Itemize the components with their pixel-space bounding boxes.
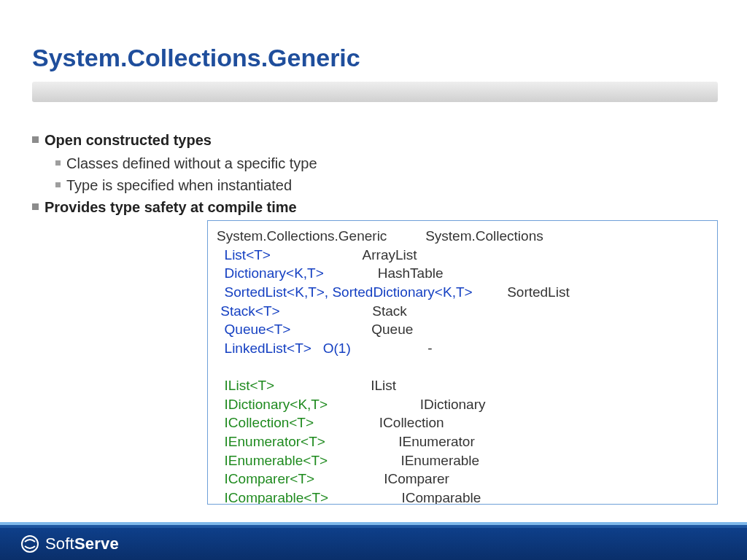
bullet-open-constructed: Open constructed types xyxy=(32,130,718,150)
bullet-text: Open constructed types xyxy=(44,130,212,150)
code-row-linkedlist: LinkedList<T> O(1) - xyxy=(217,339,708,358)
code-row-sortedlist: SortedList<K,T>, SortedDictionary<K,T> S… xyxy=(217,283,708,302)
square-bullet-icon xyxy=(32,136,39,143)
square-bullet-icon xyxy=(32,203,39,210)
brand-text-soft: Soft xyxy=(45,534,74,553)
bullet-type-specified: Type is specified when instantiated xyxy=(55,175,718,195)
code-row-ienumerable: IEnumerable<T> IEnumerable xyxy=(217,451,708,470)
code-row-stack: Stack<T> Stack xyxy=(217,302,708,321)
code-row-ilist: IList<T> IList xyxy=(217,376,708,395)
slide-title: System.Collections.Generic xyxy=(32,44,360,72)
svg-point-0 xyxy=(22,536,38,552)
code-row-blank xyxy=(217,357,708,376)
header-nongeneric: System.Collections xyxy=(425,228,543,244)
code-row-list: List<T> ArrayList xyxy=(217,246,708,265)
code-row-dictionary: Dictionary<K,T> HashTable xyxy=(217,264,708,283)
square-bullet-icon xyxy=(55,160,61,166)
slide-body: Open constructed types Classes defined w… xyxy=(32,130,718,220)
brand-logo: SoftServe xyxy=(20,534,119,553)
bullet-text: Provides type safety at compile time xyxy=(44,197,297,217)
bullet-text: Type is specified when instantiated xyxy=(66,175,292,195)
code-comparison-box: System.Collections.Generic System.Collec… xyxy=(207,220,718,505)
code-row-icollection: ICollection<T> ICollection xyxy=(217,413,708,432)
code-row-queue: Queue<T> Queue xyxy=(217,320,708,339)
footer-bar: SoftServe xyxy=(0,528,747,560)
bullet-classes-defined: Classes defined without a specific type xyxy=(55,153,718,174)
bullet-type-safety: Provides type safety at compile time xyxy=(32,197,718,217)
slide: System.Collections.Generic Open construc… xyxy=(0,0,747,560)
brand-text-serve: Serve xyxy=(74,534,119,553)
header-generic: System.Collections.Generic xyxy=(217,228,387,244)
title-underline xyxy=(32,82,718,102)
slide-footer: SoftServe xyxy=(0,518,747,560)
bullet-text: Classes defined without a specific type xyxy=(66,153,317,174)
square-bullet-icon xyxy=(55,182,61,187)
code-row-ienumerator: IEnumerator<T> IEnumerator xyxy=(217,432,708,451)
code-row-idictionary: IDictionary<K,T> IDictionary xyxy=(217,395,708,414)
softserve-icon xyxy=(20,534,39,553)
code-row-icomparable: IComparable<T> IComparable xyxy=(217,489,708,505)
code-row-icomparer: IComparer<T> IComparer xyxy=(217,470,708,489)
code-header-row: System.Collections.Generic System.Collec… xyxy=(217,227,708,246)
